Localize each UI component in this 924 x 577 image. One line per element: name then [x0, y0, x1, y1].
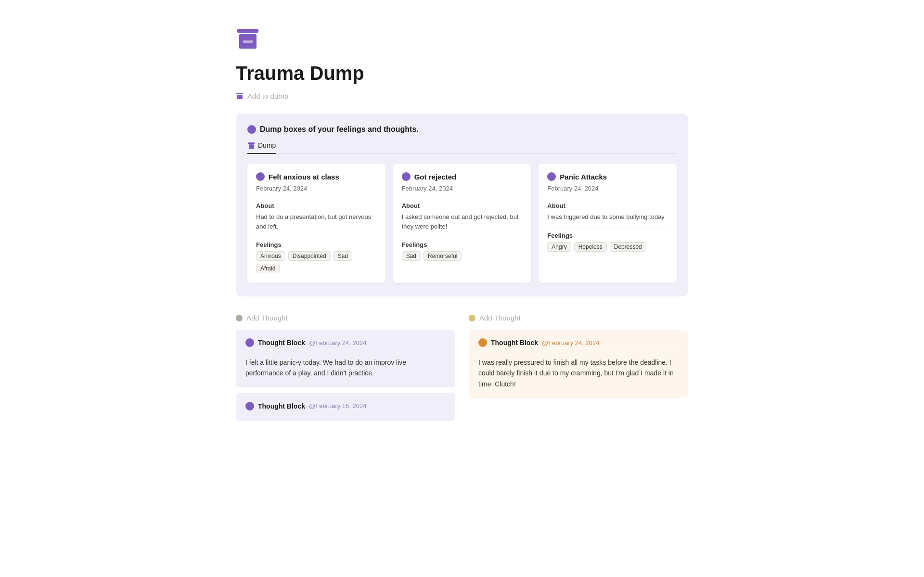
thought-block-icon-1-0	[478, 338, 487, 347]
card-feelings-label-2: Feelings	[547, 232, 668, 239]
card-about-text-2: I was triggered due to some bullying tod…	[547, 212, 668, 222]
add-to-dump-label: Add to dump	[247, 92, 288, 100]
card-about-label-2: About	[547, 202, 668, 209]
card-title-row-1: Got rejected	[402, 172, 523, 181]
thought-block-date-0-0: @February 24, 2024	[309, 339, 366, 346]
tag-angry: Angry	[547, 242, 571, 252]
thought-block-date-1-0: @February 24, 2024	[542, 339, 599, 346]
card-date-2: February 24, 2024	[547, 185, 668, 192]
dump-tab[interactable]: Dump	[247, 141, 276, 154]
card-about-text-1: I asked someone out and got rejected, bu…	[402, 212, 523, 231]
dump-tab-label: Dump	[258, 141, 276, 149]
thought-block-title-1-0: Thought Block	[491, 339, 538, 346]
tag-sad-1: Sad	[402, 251, 421, 261]
card-icon-1	[402, 172, 411, 181]
add-thought-icon-1	[469, 315, 475, 321]
thought-block-text-0-0: I felt a little panic-y today. We had to…	[245, 357, 446, 379]
card-title-0: Felt anxious at class	[269, 173, 339, 181]
dump-tab-icon	[247, 142, 255, 149]
thought-column-0: Add Thought Thought Block @February 24, …	[236, 314, 455, 427]
card-icon-0	[256, 172, 265, 181]
feelings-tags-1: Sad Remorseful	[402, 251, 523, 261]
dump-header: Dump boxes of your feelings and thoughts…	[247, 125, 677, 134]
thought-block-header-0-0: Thought Block @February 24, 2024	[245, 338, 446, 347]
card-date-0: February 24, 2024	[256, 185, 377, 192]
thought-block-icon-0-0	[245, 338, 254, 347]
dump-tabs: Dump	[247, 141, 677, 154]
feelings-tags-0: Anxious Disappointed Sad Afraid	[256, 251, 377, 273]
thought-block-text-1-0: I was really pressured to finish all my …	[478, 357, 679, 389]
thought-block-header-0-1: Thought Block @February 15, 2024	[245, 402, 446, 410]
thought-block-icon-0-1	[245, 402, 254, 410]
dump-section: Dump boxes of your feelings and thoughts…	[236, 114, 688, 296]
dump-card-2[interactable]: Panic Attacks February 24, 2024 About I …	[539, 164, 677, 283]
page-icon	[236, 29, 260, 53]
add-thought-icon-0	[236, 315, 243, 321]
add-dump-icon	[236, 93, 244, 99]
card-about-text-0: Had to do a presentation, but got nervou…	[256, 212, 377, 231]
card-icon-2	[547, 172, 556, 181]
bottom-section: Add Thought Thought Block @February 24, …	[236, 314, 688, 427]
feelings-tags-2: Angry Hopeless Depressed	[547, 242, 668, 252]
card-feelings-label-0: Feelings	[256, 241, 377, 248]
card-about-label-1: About	[402, 202, 523, 209]
add-thought-label-1: Add Thought	[479, 314, 521, 322]
cards-grid: Felt anxious at class February 24, 2024 …	[247, 164, 677, 283]
card-feelings-label-1: Feelings	[402, 241, 523, 248]
card-title-row-2: Panic Attacks	[547, 172, 668, 181]
add-thought-row-0[interactable]: Add Thought	[236, 314, 455, 322]
dump-card-0[interactable]: Felt anxious at class February 24, 2024 …	[247, 164, 385, 283]
tag-depressed: Depressed	[610, 242, 646, 252]
tag-disappointed: Disappointed	[288, 251, 331, 261]
archive-icon	[236, 29, 260, 49]
thought-block-header-1-0: Thought Block @February 24, 2024	[478, 338, 679, 347]
card-title-2: Panic Attacks	[560, 173, 607, 181]
thought-block-title-0-0: Thought Block	[258, 339, 305, 346]
tag-anxious: Anxious	[256, 251, 285, 261]
dump-header-icon	[247, 125, 256, 134]
dump-card-1[interactable]: Got rejected February 24, 2024 About I a…	[393, 164, 531, 283]
page-title: Trauma Dump	[236, 63, 688, 84]
thought-block-title-0-1: Thought Block	[258, 402, 305, 410]
add-thought-row-1[interactable]: Add Thought	[469, 314, 688, 322]
thought-block-0-0[interactable]: Thought Block @February 24, 2024 I felt …	[236, 330, 455, 387]
thought-block-0-1[interactable]: Thought Block @February 15, 2024	[236, 393, 455, 421]
card-about-label-0: About	[256, 202, 377, 209]
card-title-1: Got rejected	[414, 173, 457, 181]
card-date-1: February 24, 2024	[402, 185, 523, 192]
thought-block-date-0-1: @February 15, 2024	[309, 402, 366, 410]
tag-remorseful: Remorseful	[424, 251, 462, 261]
add-thought-label-0: Add Thought	[246, 314, 288, 322]
add-to-dump-row[interactable]: Add to dump	[236, 92, 688, 100]
tag-afraid: Afraid	[256, 264, 280, 273]
tag-sad: Sad	[334, 251, 352, 261]
thought-column-1: Add Thought Thought Block @February 24, …	[469, 314, 688, 427]
tag-hopeless: Hopeless	[574, 242, 607, 252]
page-container: Trauma Dump Add to dump Dump boxes of yo…	[197, 0, 727, 456]
dump-header-text: Dump boxes of your feelings and thoughts…	[260, 125, 419, 134]
card-title-row-0: Felt anxious at class	[256, 172, 377, 181]
thought-block-1-0[interactable]: Thought Block @February 24, 2024 I was r…	[469, 330, 688, 398]
